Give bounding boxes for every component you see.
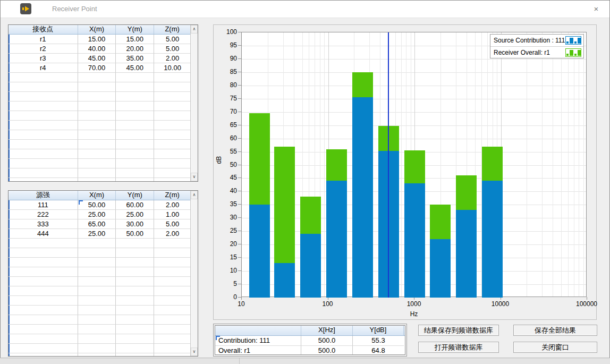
table-cell[interactable] (78, 73, 116, 82)
table-cell[interactable] (154, 130, 191, 140)
table-cell[interactable] (116, 286, 154, 296)
cursor-table-cell[interactable]: 500.0 (301, 336, 353, 346)
table-cell[interactable] (78, 306, 116, 315)
table-cell[interactable] (9, 168, 78, 178)
table-cell[interactable] (9, 121, 78, 130)
table-cell[interactable]: 444 (9, 229, 78, 239)
table-cell[interactable] (116, 267, 154, 277)
table-cell[interactable] (9, 239, 78, 248)
table-cell[interactable] (9, 73, 78, 82)
table-cell[interactable] (154, 111, 191, 121)
table-cell[interactable] (154, 101, 191, 111)
scroll-up-icon[interactable]: ∧ (191, 25, 198, 33)
table-cell[interactable] (78, 101, 116, 111)
table-cell[interactable] (154, 140, 191, 149)
table-cell[interactable] (154, 286, 191, 296)
table-cell[interactable] (116, 149, 154, 159)
table-cell[interactable] (9, 325, 78, 334)
cursor-table-cell[interactable]: 500.0 (301, 346, 353, 355)
legend-row-overall[interactable]: Receiver Overall: r1 (490, 47, 583, 58)
table-cell[interactable]: 50.00 (78, 200, 116, 210)
table-cell[interactable] (9, 315, 78, 325)
table-cell[interactable]: 5.00 (154, 35, 191, 44)
table-cell[interactable]: 40.00 (78, 44, 116, 54)
table-cell[interactable] (154, 239, 191, 248)
table-cell[interactable] (116, 325, 154, 334)
table-cell[interactable] (116, 334, 154, 344)
table-cell[interactable] (116, 159, 154, 168)
table-cell[interactable] (78, 82, 116, 92)
table-cell[interactable]: 111 (9, 200, 78, 210)
table-cell[interactable] (154, 121, 191, 130)
table-cell[interactable] (116, 168, 154, 178)
table-cell[interactable] (9, 111, 78, 121)
close-window-button[interactable]: 关闭窗口 (513, 342, 597, 353)
table-cell[interactable] (9, 92, 78, 101)
table-cell[interactable] (9, 140, 78, 149)
scroll-down-icon[interactable]: ∨ (191, 173, 198, 181)
table-cell[interactable]: 10.00 (154, 63, 191, 73)
table-cell[interactable] (9, 306, 78, 315)
table-cell[interactable] (154, 82, 191, 92)
table-cell[interactable] (9, 334, 78, 344)
table-cell[interactable]: 5.00 (154, 44, 191, 54)
table-cell[interactable]: 60.00 (116, 200, 154, 210)
table-cell[interactable]: 45.00 (116, 63, 154, 73)
table-cell[interactable] (116, 111, 154, 121)
table-cell[interactable] (9, 248, 78, 258)
table-cell[interactable] (78, 315, 116, 325)
spectrum-chart[interactable]: Hz dB Source Contribution : 111 Receiver… (213, 24, 597, 320)
table-cell[interactable] (116, 306, 154, 315)
table-cell[interactable] (154, 159, 191, 168)
save-results-to-spectrum-db-button[interactable]: 结果保存到频谱数据库 (418, 325, 499, 336)
scroll-down-icon[interactable]: ∨ (191, 348, 198, 356)
table-cell[interactable] (154, 73, 191, 82)
table-cell[interactable] (154, 315, 191, 325)
table-cell[interactable] (78, 344, 116, 353)
table-cell[interactable] (78, 239, 116, 248)
table-cell[interactable] (9, 267, 78, 277)
table-cell[interactable]: 65.00 (78, 219, 116, 229)
cursor-table-cell[interactable]: 55.3 (353, 336, 404, 346)
table-cell[interactable] (78, 353, 116, 356)
table-cell[interactable]: r1 (9, 35, 78, 44)
table-cell[interactable] (116, 178, 154, 181)
table-cell[interactable] (9, 101, 78, 111)
cursor-table-cell[interactable]: 64.8 (353, 346, 404, 355)
table-cell[interactable] (154, 325, 191, 334)
table-cell[interactable] (154, 92, 191, 101)
table-cell[interactable]: 20.00 (116, 44, 154, 54)
table-cell[interactable] (78, 258, 116, 267)
table-cell[interactable] (154, 344, 191, 353)
cursor-table-cell[interactable]: Overall: r1 (215, 346, 301, 355)
table-cell[interactable] (116, 258, 154, 267)
table-cell[interactable] (78, 92, 116, 101)
table-cell[interactable] (116, 121, 154, 130)
table-cell[interactable]: 45.00 (78, 54, 116, 63)
plot-area[interactable] (241, 32, 587, 297)
vertical-scrollbar[interactable]: ∧∨ (190, 191, 198, 356)
table-cell[interactable] (154, 267, 191, 277)
table-cell[interactable] (9, 353, 78, 356)
table-cell[interactable]: 5.00 (154, 219, 191, 229)
table-cell[interactable]: 2.00 (154, 200, 191, 210)
table-cell[interactable] (116, 73, 154, 82)
table-cell[interactable] (9, 344, 78, 353)
table-cell[interactable] (154, 334, 191, 344)
table-cell[interactable] (116, 239, 154, 248)
table-cell[interactable] (116, 101, 154, 111)
table-cell[interactable] (9, 286, 78, 296)
table-cell[interactable] (116, 248, 154, 258)
table-cell[interactable] (9, 130, 78, 140)
table-cell[interactable] (9, 149, 78, 159)
table-cell[interactable]: 50.00 (116, 229, 154, 239)
table-cell[interactable]: 2.00 (154, 229, 191, 239)
table-cell[interactable]: 1.00 (154, 210, 191, 219)
table-cell[interactable] (116, 140, 154, 149)
table-cell[interactable] (154, 353, 191, 356)
table-cell[interactable] (9, 277, 78, 286)
save-all-results-button[interactable]: 保存全部结果 (513, 325, 597, 336)
table-cell[interactable] (9, 178, 78, 181)
legend-row-contribution[interactable]: Source Contribution : 111 (490, 35, 583, 47)
table-cell[interactable] (154, 306, 191, 315)
